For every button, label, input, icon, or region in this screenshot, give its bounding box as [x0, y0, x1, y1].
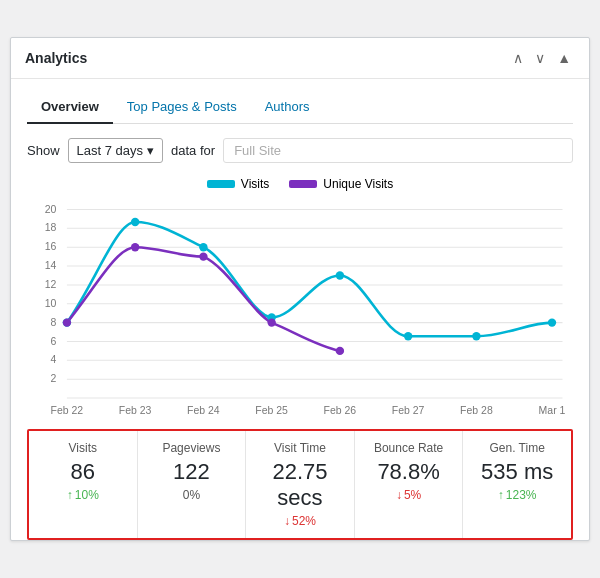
- widget-down-button[interactable]: ∨: [531, 48, 549, 68]
- arrow-up-icon: ↑: [67, 488, 73, 502]
- stat-item-bounce-rate: Bounce Rate78.8%↓ 5%: [355, 431, 464, 538]
- stat-value: 86: [37, 459, 129, 485]
- svg-text:Feb 24: Feb 24: [187, 405, 220, 416]
- stat-label: Gen. Time: [471, 441, 563, 455]
- legend-unique-visits: Unique Visits: [289, 177, 393, 191]
- dot-visits-5: [336, 271, 344, 279]
- stat-change: 0%: [146, 488, 238, 502]
- stat-value: 535 ms: [471, 459, 563, 485]
- arrow-down-icon: ↓: [284, 514, 290, 528]
- stat-change: ↓ 5%: [363, 488, 455, 502]
- site-input[interactable]: [223, 138, 573, 163]
- stat-item-pageviews: Pageviews1220%: [138, 431, 247, 538]
- y-axis: 20 18 16 14 12 10 8 6: [45, 204, 563, 398]
- tabs-container: Overview Top Pages & Posts Authors: [27, 91, 573, 124]
- svg-text:Feb 28: Feb 28: [460, 405, 493, 416]
- svg-text:20: 20: [45, 204, 57, 215]
- chart-legend: Visits Unique Visits: [27, 177, 573, 191]
- svg-text:Feb 27: Feb 27: [392, 405, 425, 416]
- data-for-label: data for: [171, 143, 215, 158]
- svg-text:Feb 22: Feb 22: [51, 405, 84, 416]
- visits-legend-label: Visits: [241, 177, 269, 191]
- chart-area: Visits Unique Visits 20 18: [27, 177, 573, 419]
- period-select[interactable]: Last 7 days ▾: [68, 138, 164, 163]
- arrow-up-icon: ↑: [498, 488, 504, 502]
- unique-visits-line: [67, 247, 340, 351]
- svg-text:8: 8: [51, 317, 57, 328]
- svg-text:18: 18: [45, 222, 57, 233]
- svg-text:Mar 1: Mar 1: [539, 405, 566, 416]
- chart-svg: 20 18 16 14 12 10 8 6: [27, 199, 573, 419]
- dot-visits-2: [131, 218, 139, 226]
- stat-item-gen.-time: Gen. Time535 ms↑ 123%: [463, 431, 571, 538]
- svg-text:Feb 23: Feb 23: [119, 405, 152, 416]
- tab-overview[interactable]: Overview: [27, 91, 113, 124]
- dot-uv-4: [267, 318, 275, 326]
- svg-text:14: 14: [45, 260, 57, 271]
- stats-box: Visits86↑ 10%Pageviews1220%Visit Time22.…: [27, 429, 573, 540]
- stat-label: Visits: [37, 441, 129, 455]
- stat-change: ↑ 123%: [471, 488, 563, 502]
- widget-up-button[interactable]: ∧: [509, 48, 527, 68]
- stat-value: 22.75 secs: [254, 459, 346, 511]
- svg-text:12: 12: [45, 279, 57, 290]
- legend-visits: Visits: [207, 177, 269, 191]
- analytics-widget: Analytics ∧ ∨ ▲ Overview Top Pages & Pos…: [10, 37, 590, 541]
- svg-text:4: 4: [51, 354, 57, 365]
- dot-uv-2: [131, 243, 139, 251]
- dot-visits-3: [199, 243, 207, 251]
- visits-line: [67, 222, 552, 336]
- svg-text:Feb 25: Feb 25: [255, 405, 288, 416]
- unique-visits-color-swatch: [289, 180, 317, 188]
- stat-label: Visit Time: [254, 441, 346, 455]
- svg-text:2: 2: [51, 373, 57, 384]
- period-value: Last 7 days: [77, 143, 144, 158]
- arrow-down-icon: ↓: [396, 488, 402, 502]
- filter-row: Show Last 7 days ▾ data for: [27, 138, 573, 163]
- stat-label: Pageviews: [146, 441, 238, 455]
- show-label: Show: [27, 143, 60, 158]
- widget-controls: ∧ ∨ ▲: [509, 48, 575, 68]
- svg-text:16: 16: [45, 241, 57, 252]
- stat-change: ↑ 10%: [37, 488, 129, 502]
- svg-text:Feb 26: Feb 26: [324, 405, 357, 416]
- widget-collapse-button[interactable]: ▲: [553, 48, 575, 68]
- tab-authors[interactable]: Authors: [251, 91, 324, 123]
- dropdown-icon: ▾: [147, 143, 154, 158]
- dot-visits-7: [472, 332, 480, 340]
- svg-text:10: 10: [45, 298, 57, 309]
- stat-item-visits: Visits86↑ 10%: [29, 431, 138, 538]
- dot-visits-6: [404, 332, 412, 340]
- widget-header: Analytics ∧ ∨ ▲: [11, 38, 589, 79]
- stat-value: 122: [146, 459, 238, 485]
- svg-text:6: 6: [51, 336, 57, 347]
- dot-uv-1: [63, 318, 71, 326]
- visits-color-swatch: [207, 180, 235, 188]
- widget-title: Analytics: [25, 50, 87, 66]
- stat-change: ↓ 52%: [254, 514, 346, 528]
- dot-visits-8: [548, 318, 556, 326]
- tab-top-pages[interactable]: Top Pages & Posts: [113, 91, 251, 123]
- dot-uv-5: [336, 347, 344, 355]
- stat-value: 78.8%: [363, 459, 455, 485]
- stat-item-visit-time: Visit Time22.75 secs↓ 52%: [246, 431, 355, 538]
- stat-label: Bounce Rate: [363, 441, 455, 455]
- dot-uv-3: [199, 252, 207, 260]
- widget-body: Overview Top Pages & Posts Authors Show …: [11, 79, 589, 540]
- unique-visits-legend-label: Unique Visits: [323, 177, 393, 191]
- chart-container: 20 18 16 14 12 10 8 6: [27, 199, 573, 419]
